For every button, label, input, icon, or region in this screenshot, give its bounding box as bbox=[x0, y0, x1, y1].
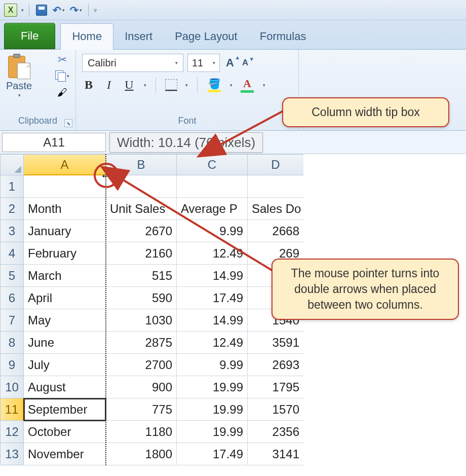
tab-page-layout[interactable]: Page Layout bbox=[164, 24, 249, 49]
row-header[interactable]: 13 bbox=[0, 443, 24, 465]
tab-home[interactable]: Home bbox=[60, 23, 113, 50]
row-header[interactable]: 9 bbox=[0, 354, 24, 376]
borders-dropdown-caret[interactable]: ▾ bbox=[185, 83, 188, 88]
font-name-select[interactable]: Calibri ▾ bbox=[82, 54, 183, 72]
cell[interactable]: 17.49 bbox=[177, 443, 248, 465]
cell[interactable]: April bbox=[24, 287, 106, 309]
borders-button[interactable] bbox=[165, 79, 177, 91]
cell[interactable]: 2693 bbox=[248, 354, 303, 376]
cell[interactable] bbox=[248, 175, 303, 198]
clipboard-launcher[interactable]: ⬊ bbox=[64, 119, 72, 127]
cell[interactable]: 2670 bbox=[106, 220, 177, 242]
cell[interactable]: 14.99 bbox=[177, 309, 248, 332]
row-header[interactable]: 3 bbox=[0, 220, 24, 242]
column-header-d[interactable]: D bbox=[248, 154, 303, 175]
cell[interactable]: 19.99 bbox=[177, 421, 248, 443]
font-size-select[interactable]: 11 ▾ bbox=[187, 54, 220, 72]
select-all-corner[interactable] bbox=[0, 154, 24, 175]
grow-font-button[interactable]: A▴ bbox=[224, 55, 236, 70]
row-header[interactable]: 4 bbox=[0, 242, 24, 265]
cell[interactable]: 9.99 bbox=[177, 220, 248, 242]
cell[interactable]: 1030 bbox=[106, 309, 177, 332]
cell[interactable]: May bbox=[24, 309, 106, 332]
row-header[interactable]: 5 bbox=[0, 265, 24, 287]
cell[interactable]: 775 bbox=[106, 398, 177, 421]
italic-button[interactable]: I bbox=[102, 78, 115, 92]
tab-formulas[interactable]: Formulas bbox=[249, 24, 318, 49]
cell[interactable]: Unit Sales bbox=[106, 198, 177, 220]
font-color-button[interactable]: A bbox=[240, 77, 255, 93]
row-header[interactable]: 11 bbox=[0, 398, 24, 421]
cell[interactable]: 1795 bbox=[248, 376, 303, 398]
cell[interactable]: November bbox=[24, 443, 106, 465]
cell[interactable]: January bbox=[24, 220, 106, 242]
cell[interactable]: 2356 bbox=[248, 421, 303, 443]
cell[interactable]: 1180 bbox=[106, 421, 177, 443]
cell[interactable]: 2700 bbox=[106, 354, 177, 376]
cell[interactable]: 1800 bbox=[106, 443, 177, 465]
copy-button[interactable]: ▾ bbox=[55, 70, 69, 82]
column-header-c[interactable]: C bbox=[177, 154, 248, 175]
font-size-caret[interactable]: ▾ bbox=[213, 60, 215, 65]
cell[interactable]: 3141 bbox=[248, 443, 303, 465]
cell[interactable]: 900 bbox=[106, 376, 177, 398]
cell[interactable]: 12.49 bbox=[177, 242, 248, 265]
name-box[interactable]: A11 bbox=[2, 133, 106, 152]
row-header[interactable]: 7 bbox=[0, 309, 24, 332]
column-header-a[interactable]: A bbox=[24, 154, 106, 175]
undo-button[interactable]: ↶▾ bbox=[52, 3, 66, 17]
cell[interactable]: 17.49 bbox=[177, 287, 248, 309]
customize-qat-button[interactable]: ▿ bbox=[94, 7, 97, 14]
underline-dropdown-caret[interactable]: ▾ bbox=[144, 83, 146, 88]
cell[interactable]: 12.49 bbox=[177, 332, 248, 354]
fill-color-dropdown-caret[interactable]: ▾ bbox=[230, 83, 232, 88]
cell[interactable]: 515 bbox=[106, 265, 177, 287]
cell[interactable] bbox=[24, 175, 106, 198]
cell[interactable]: June bbox=[24, 332, 106, 354]
tab-insert[interactable]: Insert bbox=[113, 24, 164, 49]
row-header[interactable]: 8 bbox=[0, 332, 24, 354]
app-menu-caret[interactable]: ▾ bbox=[21, 8, 24, 13]
cell[interactable]: October bbox=[24, 421, 106, 443]
row-header[interactable]: 2 bbox=[0, 198, 24, 220]
tab-file[interactable]: File bbox=[4, 23, 55, 49]
cut-button[interactable]: ✂ bbox=[55, 54, 69, 66]
cell[interactable]: Sales Do bbox=[248, 198, 303, 220]
save-button[interactable] bbox=[34, 3, 49, 17]
font-color-dropdown-caret[interactable]: ▾ bbox=[263, 83, 265, 88]
cell[interactable]: 590 bbox=[106, 287, 177, 309]
cell[interactable]: Month bbox=[24, 198, 106, 220]
cell[interactable]: 19.99 bbox=[177, 376, 248, 398]
cell[interactable]: 9.99 bbox=[177, 354, 248, 376]
paste-button[interactable]: Paste ▾ bbox=[6, 54, 32, 104]
cell[interactable] bbox=[106, 175, 177, 198]
redo-button[interactable]: ↷▾ bbox=[69, 3, 83, 17]
cell[interactable]: 3591 bbox=[248, 332, 303, 354]
redo-dropdown-caret[interactable]: ▾ bbox=[80, 8, 82, 13]
row-header[interactable]: 1 bbox=[0, 175, 24, 198]
shrink-font-button[interactable]: A▾ bbox=[240, 57, 250, 69]
cell[interactable]: February bbox=[24, 242, 106, 265]
cell[interactable]: August bbox=[24, 376, 106, 398]
cell[interactable]: 2668 bbox=[248, 220, 303, 242]
cell[interactable] bbox=[177, 175, 248, 198]
cell[interactable]: 1570 bbox=[248, 398, 303, 421]
underline-button[interactable]: U bbox=[123, 78, 136, 92]
cell[interactable]: 2875 bbox=[106, 332, 177, 354]
format-painter-button[interactable]: 🖌 bbox=[55, 86, 69, 98]
row-header[interactable]: 10 bbox=[0, 376, 24, 398]
fill-color-button[interactable]: 🪣 bbox=[207, 78, 222, 92]
bold-button[interactable]: B bbox=[82, 78, 95, 92]
column-header-b[interactable]: B bbox=[106, 154, 177, 175]
cell[interactable]: July bbox=[24, 354, 106, 376]
cell[interactable]: 19.99 bbox=[177, 398, 248, 421]
undo-dropdown-caret[interactable]: ▾ bbox=[62, 8, 65, 13]
font-name-caret[interactable]: ▾ bbox=[175, 60, 178, 65]
cell[interactable]: March bbox=[24, 265, 106, 287]
cell-active[interactable]: September bbox=[24, 398, 106, 421]
cell[interactable]: 14.99 bbox=[177, 265, 248, 287]
cell[interactable]: Average P bbox=[177, 198, 248, 220]
copy-dropdown-caret[interactable]: ▾ bbox=[67, 74, 69, 79]
row-header[interactable]: 6 bbox=[0, 287, 24, 309]
row-header[interactable]: 12 bbox=[0, 421, 24, 443]
